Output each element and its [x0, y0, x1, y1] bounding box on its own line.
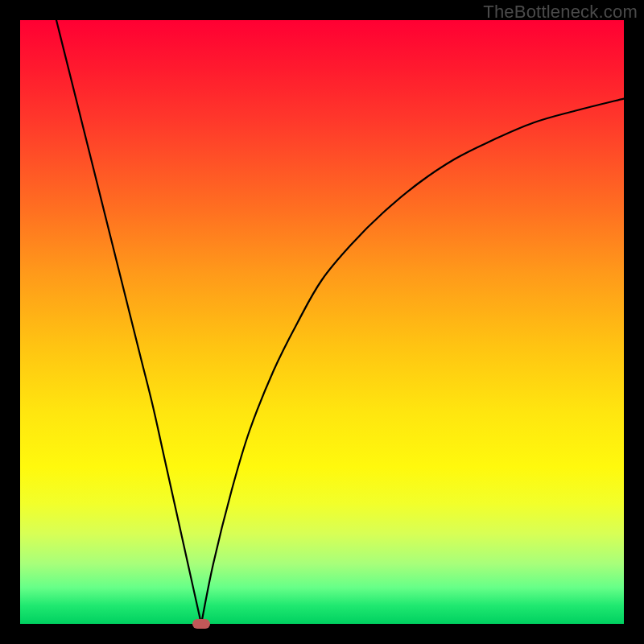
- chart-frame: [20, 20, 624, 624]
- minimum-marker: [192, 619, 210, 629]
- curve-path: [56, 20, 624, 624]
- bottleneck-curve: [20, 20, 624, 624]
